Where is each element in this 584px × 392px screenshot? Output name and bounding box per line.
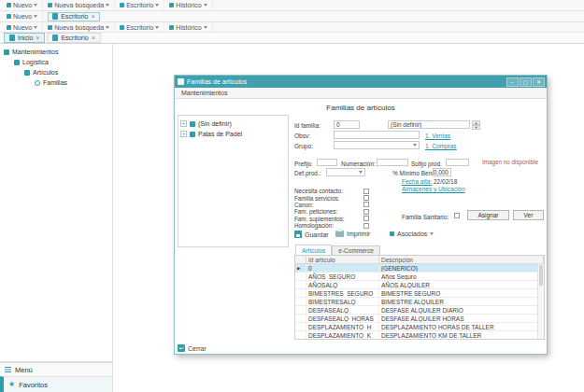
fecha-alta-link[interactable]: Fecha alta: [402,178,432,185]
toolbar-row-1: Nuevo Nueva búsqueda Escritorio Históric… [0,0,584,11]
familia-sanitario-checkbox[interactable] [454,213,460,218]
cell-descripcion: DESFASE ALQUILER HORAS [379,315,544,322]
menu-item-mantenimientos[interactable]: Mantenimientos [178,90,231,96]
table-row[interactable]: DESPLAZAMIENTO_K DESPLAZAMIENTO KM DE TA… [295,331,544,340]
grid-header-descripcion[interactable]: Descripción [379,256,544,263]
familia-name-input[interactable]: (Sin definir) [388,120,470,129]
grid-header-id[interactable]: Id artículo [306,256,379,263]
menu-panel-header[interactable]: Menú [0,362,113,376]
spinner-down-icon[interactable]: ▼ [472,125,480,130]
detail-tab[interactable]: e-Commerce [332,245,380,255]
menu-panel-label: Menú [15,366,33,374]
expander-icon[interactable] [180,131,187,137]
printer-icon [335,231,344,237]
toolbar-button-icon [7,3,11,7]
obsv-input[interactable] [334,131,420,139]
checkbox[interactable] [363,195,369,201]
tab-escritorio[interactable]: Escritorio [48,12,99,21]
expander-icon[interactable] [180,120,187,127]
table-row[interactable]: 0 (GENERICO) [295,264,544,273]
scrollbar-thumb[interactable] [539,265,543,286]
toolbar-row-2: Nuevo Escritorio [0,11,584,22]
prefijo-input[interactable] [317,159,337,166]
toolbar-button-label: Nuevo [13,24,32,31]
chevron-down-icon [106,4,109,7]
numeracion-label: Numeración: [341,161,376,167]
chevron-down-icon [155,4,159,7]
cerrar-button[interactable]: ↩ Cerrar [178,344,207,352]
window-titlebar: Familias de artículos – ▢ ✕ [175,76,547,88]
cell-descripcion: DESFASE ALQUILER DIARIO [379,306,544,314]
cell-id-articulo: AÑOS_SEGURO [306,273,379,280]
grid-header: Id artículo Descripción [295,256,544,264]
toolbar-button-label: Escritorio [126,24,153,31]
nav-tree-item[interactable]: Logística [0,57,112,67]
toolbar-button[interactable]: Nuevo [2,0,43,10]
defprod-select[interactable] [326,168,365,176]
toolbar-button[interactable]: Histórico [164,0,212,10]
table-row[interactable]: DESFASEALQ_HORAS DESFASE ALQUILER HORAS [295,315,544,323]
id-familia-input[interactable]: 0 [334,120,360,129]
main-tab[interactable]: Escritorio [47,33,100,43]
checkbox[interactable] [363,209,369,215]
almacenes-ubicacion-link[interactable]: Almacenes y Ubicación [402,186,465,192]
maximize-icon[interactable]: ▢ [520,77,532,87]
toolbar-button[interactable]: Escritorio [115,22,164,32]
grupo-select[interactable] [334,141,420,149]
checkbox[interactable] [363,216,369,221]
table-row[interactable]: DESPLAZAMIENTO_H DESPLAZAMIENTO HORAS DE… [295,323,544,331]
toolbar-button[interactable]: Nueva búsqueda [43,0,115,10]
close-icon[interactable] [36,35,39,41]
tree-node-label: Mantenimientos [12,49,58,55]
detail-tab[interactable]: Artículos [295,245,332,255]
min-beneficio-input[interactable]: 0,000 [433,168,451,176]
checkbox[interactable] [363,189,369,194]
table-row[interactable]: AÑOS_SEGURO Años Seguro [295,273,544,281]
minimize-icon[interactable]: – [506,77,519,87]
asignar-button[interactable]: Asignar [467,210,509,220]
tree-node-icon [190,121,195,127]
nav-tree-item[interactable]: Familias [0,77,112,88]
family-tree-item[interactable]: Palas de Padel [180,129,286,139]
ventas-link[interactable]: 1. Ventas [425,133,450,139]
grid-scrollbar[interactable] [537,264,544,339]
family-tree-item[interactable]: (Sin definir) [180,119,286,129]
nav-tree-item[interactable]: Mantenimientos [0,47,112,57]
toolbar-button[interactable]: Nueva búsqueda [43,22,115,32]
window-icon [178,78,184,85]
tab-label: e-Commerce [338,247,374,254]
numeracion-input[interactable] [377,159,408,166]
imprimir-button[interactable]: Imprimir [335,231,370,237]
cell-descripcion: BIMESTRE ALQUILER [379,298,544,305]
table-row[interactable]: BIMESTRESALQ BIMESTRE ALQUILER [295,298,544,306]
guardar-button[interactable]: Guardar [294,231,329,238]
main-tab[interactable]: Inicio [4,33,45,43]
toolbar-button[interactable]: Nuevo [2,22,43,32]
compras-link[interactable]: 1. Compras [425,143,457,149]
nuevo-button[interactable]: Nuevo [2,11,43,21]
toolbar-button[interactable]: Histórico [164,22,212,32]
sufijo-input[interactable] [446,159,469,166]
checkbox-row: Canon: [294,202,369,208]
menu-icon [5,367,11,369]
table-row[interactable]: DESFASEALQ DESFASE ALQUILER DIARIO [295,306,544,315]
asociados-button[interactable]: Asociados [390,231,434,237]
ver-button[interactable]: Ver [513,210,544,220]
checkbox[interactable] [363,202,369,207]
nav-tree-item[interactable]: Artículos [0,67,112,77]
toolbar-button-icon [7,14,11,19]
cell-descripcion: DESPLAZAMIENTO HORAS DE TALLER [379,323,544,330]
toolbar-button[interactable]: Escritorio [115,0,164,10]
table-row[interactable]: AÑOSALQ AÑOS ALQUILER [295,281,544,289]
tab-label: Escritorio [61,35,88,41]
tree-node-icon [190,132,195,137]
table-row[interactable]: BIMESTRES_SEGURO BIMESTRE SEGURO [295,289,544,298]
close-icon[interactable] [92,35,95,41]
defprod-label: Def.prod.: [294,170,321,176]
checkbox-row: Necesita contacto: [294,188,369,194]
close-icon[interactable]: ✕ [533,77,545,87]
checkbox[interactable] [363,223,369,229]
favoritos-panel-header[interactable]: ★ Favoritos [0,376,113,392]
close-icon[interactable] [91,13,94,20]
tree-node-icon [35,80,40,86]
